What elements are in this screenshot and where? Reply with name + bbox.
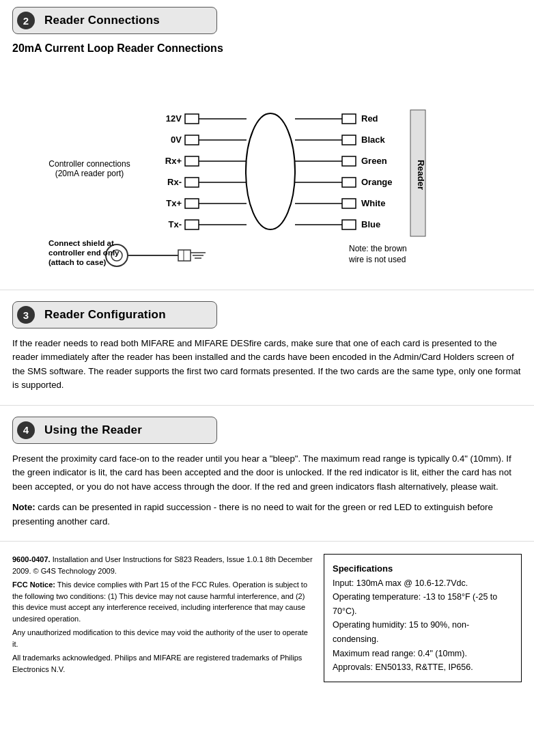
svg-text:0V: 0V (171, 135, 182, 145)
svg-rect-32 (342, 220, 356, 229)
svg-rect-12 (185, 199, 199, 208)
diagram-title: 20mA Current Loop Reader Connections (12, 42, 522, 55)
svg-text:Orange: Orange (361, 177, 393, 187)
footer-right: Specifications Input: 130mA max @ 10.6-1… (324, 554, 522, 682)
svg-text:Rx-: Rx- (167, 177, 182, 187)
svg-text:(20mA reader port): (20mA reader port) (55, 169, 124, 178)
section3: 3 Reader Configuration If the reader nee… (0, 290, 534, 406)
svg-text:wire is not used: wire is not used (348, 255, 406, 264)
section4: 4 Using the Reader Present the proximity… (0, 406, 534, 542)
spec-line-1: Input: 130mA max @ 10.6-12.7Vdc. (333, 576, 513, 591)
spec-line-3: Operating humidity: 15 to 90%, non-conde… (333, 618, 513, 646)
section4-note: Note: cards can be presented in rapid su… (12, 501, 522, 529)
footer-ref-num: 9600-0407. Installation and User Instruc… (12, 555, 313, 575)
svg-rect-29 (342, 156, 356, 166)
svg-rect-44 (178, 250, 191, 261)
section4-note-label: Note: (12, 502, 36, 512)
svg-text:12V: 12V (166, 113, 182, 124)
svg-rect-10 (185, 156, 199, 166)
spec-line-2: Operating temperature: -13 to 158°F (-25… (333, 590, 513, 618)
svg-rect-11 (185, 178, 199, 187)
section4-header: 4 Using the Reader (12, 417, 217, 444)
section4-number: 4 (17, 421, 35, 439)
svg-point-20 (246, 113, 295, 229)
svg-text:Tx-: Tx- (169, 219, 182, 229)
svg-text:Controller connections: Controller connections (48, 159, 130, 169)
section4-note-text: cards can be presented in rapid successi… (12, 502, 493, 526)
section3-title: Reader Configuration (44, 308, 166, 322)
svg-rect-9 (185, 135, 199, 145)
svg-text:(attach to case): (attach to case) (48, 258, 107, 266)
svg-rect-30 (342, 178, 356, 187)
svg-text:Red: Red (361, 113, 378, 124)
svg-text:Rx+: Rx+ (165, 156, 182, 166)
footer-mod: Any unauthorized modification to this de… (12, 627, 313, 649)
section3-number: 3 (17, 306, 35, 324)
svg-text:Reader: Reader (416, 160, 426, 190)
wiring-diagram-svg: Controller connections (20mA reader port… (14, 66, 520, 277)
footer-left: 9600-0407. Installation and User Instruc… (12, 554, 324, 682)
footer-ref: 9600-0407. Installation and User Instruc… (12, 554, 313, 576)
svg-text:Tx+: Tx+ (166, 198, 182, 208)
footer-trademark: All trademarks acknowledged. Philips and… (12, 652, 313, 675)
section3-body: If the reader needs to read both MIFARE … (12, 337, 522, 393)
spec-line-4: Maximum read range: 0.4" (10mm). (333, 647, 513, 661)
footer-fcc-label: FCC Notice: (12, 580, 55, 589)
section4-para1: Present the proximity card face-on to th… (12, 452, 522, 494)
svg-rect-27 (342, 114, 356, 124)
spec-line-5: Approvals: EN50133, R&TTE, IP656. (333, 660, 513, 675)
section2-header: 2 Reader Connections (12, 7, 217, 34)
section2-number: 2 (17, 12, 35, 29)
svg-rect-8 (185, 114, 199, 124)
svg-text:White: White (361, 198, 385, 208)
svg-rect-13 (185, 220, 199, 229)
footer-fcc: FCC Notice: This device complies with Pa… (12, 579, 313, 624)
section3-header: 3 Reader Configuration (12, 301, 217, 328)
spec-title: Specifications (333, 561, 513, 576)
svg-text:Green: Green (361, 156, 387, 166)
svg-text:controller end only: controller end only (48, 249, 120, 257)
svg-text:Blue: Blue (361, 219, 380, 229)
footer-fcc-text: This device complies with Part 15 of the… (12, 580, 307, 623)
section4-title: Using the Reader (44, 423, 142, 437)
footer: 9600-0407. Installation and User Instruc… (0, 546, 534, 689)
svg-text:Connect shield at: Connect shield at (48, 239, 114, 247)
wiring-diagram: Controller connections (20mA reader port… (14, 66, 520, 277)
section2: 2 Reader Connections 20mA Current Loop R… (0, 0, 534, 290)
svg-rect-28 (342, 135, 356, 145)
svg-text:Black: Black (361, 135, 385, 145)
section2-title: Reader Connections (44, 14, 160, 27)
svg-text:Note: the brown: Note: the brown (349, 244, 407, 253)
svg-rect-31 (342, 199, 356, 208)
